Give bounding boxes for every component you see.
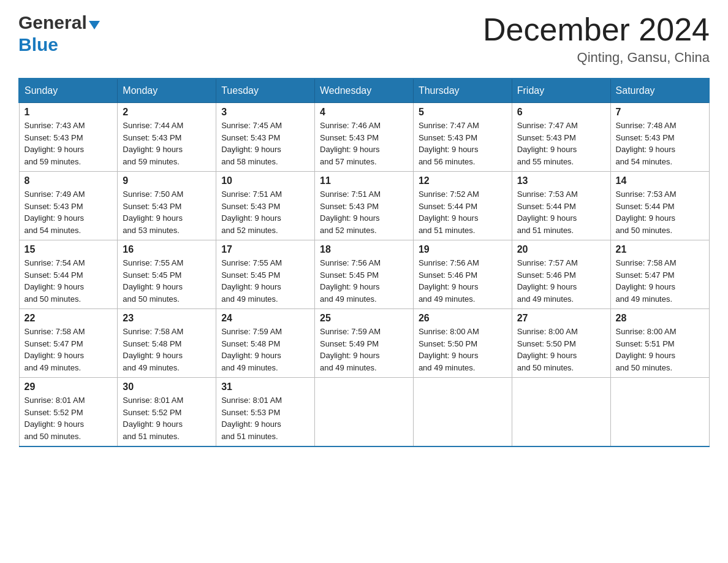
header-saturday: Saturday [610,79,709,103]
day-number: 19 [419,244,507,255]
header-sunday: Sunday [19,79,118,103]
day-number: 10 [221,175,309,186]
calendar-cell: 14Sunrise: 7:53 AMSunset: 5:44 PMDayligh… [610,172,709,240]
day-number: 28 [616,313,704,324]
day-number: 1 [25,107,113,118]
day-info: Sunrise: 7:55 AMSunset: 5:45 PMDaylight:… [123,257,211,305]
day-number: 21 [616,244,704,255]
day-info: Sunrise: 7:48 AMSunset: 5:43 PMDaylight:… [616,120,704,167]
day-info: Sunrise: 7:47 AMSunset: 5:43 PMDaylight:… [419,120,507,167]
calendar-week-4: 22Sunrise: 7:58 AMSunset: 5:47 PMDayligh… [19,309,709,378]
calendar-cell [512,378,610,447]
day-info: Sunrise: 7:54 AMSunset: 5:44 PMDaylight:… [25,257,113,305]
day-info: Sunrise: 8:00 AMSunset: 5:50 PMDaylight:… [419,326,507,373]
day-info: Sunrise: 7:56 AMSunset: 5:45 PMDaylight:… [320,257,408,305]
day-info: Sunrise: 7:57 AMSunset: 5:46 PMDaylight:… [517,257,605,305]
logo-general-text: General [18,12,87,33]
day-number: 13 [517,175,605,186]
calendar-cell: 8Sunrise: 7:49 AMSunset: 5:43 PMDaylight… [19,172,118,240]
day-number: 26 [419,313,507,324]
day-number: 16 [123,244,211,255]
header-tuesday: Tuesday [216,79,315,103]
calendar-cell: 12Sunrise: 7:52 AMSunset: 5:44 PMDayligh… [413,172,512,240]
calendar-week-5: 29Sunrise: 8:01 AMSunset: 5:52 PMDayligh… [19,378,709,447]
calendar-cell: 2Sunrise: 7:44 AMSunset: 5:43 PMDaylight… [118,103,216,172]
day-info: Sunrise: 7:59 AMSunset: 5:48 PMDaylight:… [221,326,309,373]
day-info: Sunrise: 7:53 AMSunset: 5:44 PMDaylight:… [517,188,605,236]
day-number: 15 [25,244,113,255]
calendar-cell: 23Sunrise: 7:58 AMSunset: 5:48 PMDayligh… [118,309,216,378]
calendar-cell: 4Sunrise: 7:46 AMSunset: 5:43 PMDaylight… [315,103,414,172]
calendar-cell: 5Sunrise: 7:47 AMSunset: 5:43 PMDaylight… [413,103,512,172]
day-number: 14 [616,175,704,186]
calendar-cell: 25Sunrise: 7:59 AMSunset: 5:49 PMDayligh… [315,309,414,378]
location-title: Qinting, Gansu, China [483,50,710,66]
calendar-cell: 27Sunrise: 8:00 AMSunset: 5:50 PMDayligh… [512,309,610,378]
day-info: Sunrise: 7:53 AMSunset: 5:44 PMDaylight:… [616,188,704,236]
calendar-cell: 17Sunrise: 7:55 AMSunset: 5:45 PMDayligh… [216,240,315,309]
calendar-cell: 29Sunrise: 8:01 AMSunset: 5:52 PMDayligh… [19,378,118,447]
day-info: Sunrise: 8:01 AMSunset: 5:53 PMDaylight:… [221,394,309,442]
calendar-cell: 19Sunrise: 7:56 AMSunset: 5:46 PMDayligh… [413,240,512,309]
day-number: 25 [320,313,408,324]
day-info: Sunrise: 7:56 AMSunset: 5:46 PMDaylight:… [419,257,507,305]
calendar-header-row: SundayMondayTuesdayWednesdayThursdayFrid… [19,79,709,103]
logo-general-line: General [18,12,100,34]
calendar-cell: 16Sunrise: 7:55 AMSunset: 5:45 PMDayligh… [118,240,216,309]
calendar-cell: 31Sunrise: 8:01 AMSunset: 5:53 PMDayligh… [216,378,315,447]
calendar-cell: 20Sunrise: 7:57 AMSunset: 5:46 PMDayligh… [512,240,610,309]
header-thursday: Thursday [413,79,512,103]
header-monday: Monday [118,79,216,103]
day-info: Sunrise: 8:01 AMSunset: 5:52 PMDaylight:… [25,394,113,442]
day-info: Sunrise: 7:50 AMSunset: 5:43 PMDaylight:… [123,188,211,236]
day-info: Sunrise: 7:49 AMSunset: 5:43 PMDaylight:… [25,188,113,236]
calendar-cell: 28Sunrise: 8:00 AMSunset: 5:51 PMDayligh… [610,309,709,378]
calendar-cell: 6Sunrise: 7:47 AMSunset: 5:43 PMDaylight… [512,103,610,172]
logo-text: General Blue [18,12,100,55]
day-info: Sunrise: 7:58 AMSunset: 5:47 PMDaylight:… [25,326,113,373]
calendar-cell [610,378,709,447]
month-title: December 2024 [483,12,710,47]
day-info: Sunrise: 8:00 AMSunset: 5:51 PMDaylight:… [616,326,704,373]
day-info: Sunrise: 8:00 AMSunset: 5:50 PMDaylight:… [517,326,605,373]
header-wednesday: Wednesday [315,79,414,103]
logo-arrow-icon [89,13,100,33]
calendar-cell: 1Sunrise: 7:43 AMSunset: 5:43 PMDaylight… [19,103,118,172]
day-info: Sunrise: 7:51 AMSunset: 5:43 PMDaylight:… [320,188,408,236]
page-header: General Blue December 2024 Qinting, Gans… [18,12,710,66]
calendar-cell: 18Sunrise: 7:56 AMSunset: 5:45 PMDayligh… [315,240,414,309]
calendar-cell: 7Sunrise: 7:48 AMSunset: 5:43 PMDaylight… [610,103,709,172]
day-info: Sunrise: 7:44 AMSunset: 5:43 PMDaylight:… [123,120,211,167]
day-info: Sunrise: 7:58 AMSunset: 5:48 PMDaylight:… [123,326,211,373]
day-number: 11 [320,175,408,186]
calendar-week-1: 1Sunrise: 7:43 AMSunset: 5:43 PMDaylight… [19,103,709,172]
calendar-cell [315,378,414,447]
day-number: 24 [221,313,309,324]
day-info: Sunrise: 7:55 AMSunset: 5:45 PMDaylight:… [221,257,309,305]
header-friday: Friday [512,79,610,103]
day-number: 8 [25,175,113,186]
calendar-week-3: 15Sunrise: 7:54 AMSunset: 5:44 PMDayligh… [19,240,709,309]
calendar-cell: 9Sunrise: 7:50 AMSunset: 5:43 PMDaylight… [118,172,216,240]
calendar-cell: 13Sunrise: 7:53 AMSunset: 5:44 PMDayligh… [512,172,610,240]
day-number: 17 [221,244,309,255]
calendar-table: SundayMondayTuesdayWednesdayThursdayFrid… [18,78,710,447]
logo-blue-text: Blue [18,34,100,55]
day-number: 4 [320,107,408,118]
day-number: 6 [517,107,605,118]
calendar-cell: 24Sunrise: 7:59 AMSunset: 5:48 PMDayligh… [216,309,315,378]
day-number: 22 [25,313,113,324]
day-number: 20 [517,244,605,255]
day-number: 30 [123,381,211,393]
calendar-cell: 3Sunrise: 7:45 AMSunset: 5:43 PMDaylight… [216,103,315,172]
logo: General Blue [18,12,100,55]
day-info: Sunrise: 7:47 AMSunset: 5:43 PMDaylight:… [517,120,605,167]
day-number: 31 [221,381,309,393]
day-info: Sunrise: 8:01 AMSunset: 5:52 PMDaylight:… [123,394,211,442]
day-number: 3 [221,107,309,118]
calendar-week-2: 8Sunrise: 7:49 AMSunset: 5:43 PMDaylight… [19,172,709,240]
day-info: Sunrise: 7:51 AMSunset: 5:43 PMDaylight:… [221,188,309,236]
calendar-cell: 26Sunrise: 8:00 AMSunset: 5:50 PMDayligh… [413,309,512,378]
calendar-cell: 11Sunrise: 7:51 AMSunset: 5:43 PMDayligh… [315,172,414,240]
day-number: 5 [419,107,507,118]
